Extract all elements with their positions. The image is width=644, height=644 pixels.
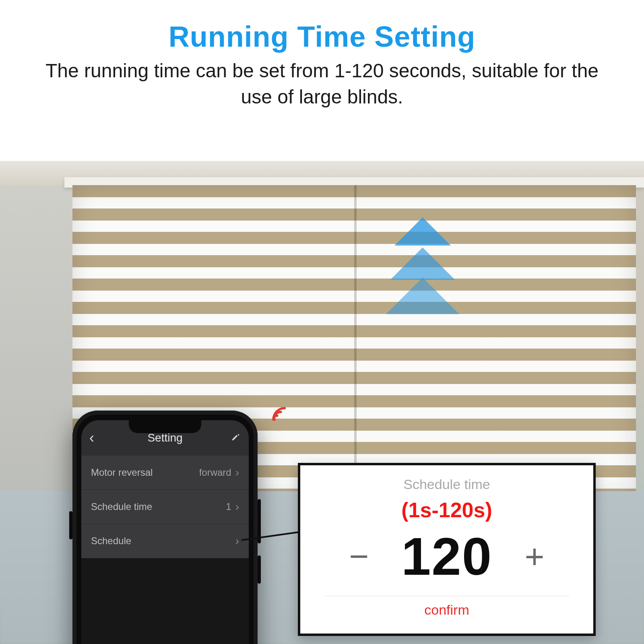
phone-content: ‹ Setting Motor reversal forward › bbox=[81, 420, 249, 644]
page-subtitle: The running time can be set from 1-120 s… bbox=[40, 58, 604, 110]
edit-icon[interactable] bbox=[231, 431, 240, 444]
header: Running Time Setting The running time ca… bbox=[0, 0, 644, 122]
row-value: forward › bbox=[199, 466, 239, 479]
appbar-title: Setting bbox=[147, 431, 182, 444]
phone-frame: ‹ Setting Motor reversal forward › bbox=[72, 411, 258, 644]
phone-side-button bbox=[69, 511, 72, 539]
chevron-right-icon: › bbox=[235, 466, 239, 479]
arrow-up-icon bbox=[390, 248, 455, 280]
wifi-icon bbox=[270, 402, 292, 425]
divider bbox=[324, 596, 569, 597]
arrow-up-icon bbox=[394, 217, 451, 246]
page-title: Running Time Setting bbox=[40, 20, 604, 53]
row-value: › bbox=[235, 535, 239, 547]
settings-list: Motor reversal forward › Schedule time 1… bbox=[81, 456, 249, 558]
confirm-button[interactable]: confirm bbox=[312, 602, 581, 618]
range-label: (1s-120s) bbox=[312, 498, 581, 522]
row-motor-reversal[interactable]: Motor reversal forward › bbox=[81, 456, 249, 490]
decrement-button[interactable]: − bbox=[341, 537, 377, 576]
phone-notch bbox=[129, 420, 201, 433]
arrow-stack bbox=[386, 217, 459, 322]
stepper-value: 120 bbox=[401, 526, 492, 587]
value-stepper: − 120 + bbox=[312, 526, 581, 587]
phone-screen: ‹ Setting Motor reversal forward › bbox=[81, 420, 249, 644]
back-icon[interactable]: ‹ bbox=[89, 429, 94, 446]
schedule-time-callout: Schedule time (1s-120s) − 120 + confirm bbox=[298, 463, 596, 636]
phone-side-button bbox=[258, 555, 261, 584]
row-label: Schedule bbox=[91, 535, 131, 547]
increment-button[interactable]: + bbox=[516, 537, 553, 576]
row-value: 1 › bbox=[226, 500, 239, 513]
row-schedule-time[interactable]: Schedule time 1 › bbox=[81, 490, 249, 524]
callout-title: Schedule time bbox=[312, 477, 581, 492]
chevron-right-icon: › bbox=[235, 500, 239, 513]
row-schedule[interactable]: Schedule › bbox=[81, 524, 249, 558]
row-label: Motor reversal bbox=[91, 467, 153, 478]
chevron-right-icon: › bbox=[235, 535, 239, 547]
row-label: Schedule time bbox=[91, 501, 152, 512]
svg-point-0 bbox=[272, 418, 275, 421]
arrow-up-icon bbox=[386, 278, 459, 314]
